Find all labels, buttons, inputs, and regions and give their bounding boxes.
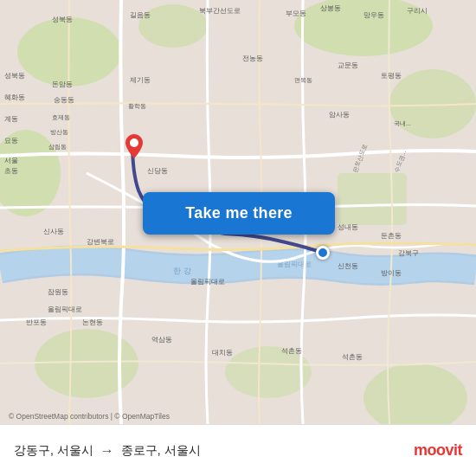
svg-text:제기동: 제기동	[130, 76, 151, 84]
svg-text:혜화동: 혜화동	[4, 93, 25, 101]
svg-text:석촌동: 석촌동	[281, 347, 302, 355]
svg-text:계동: 계동	[4, 115, 18, 123]
footer-left: 강동구, 서울시 → 종로구, 서울시	[14, 443, 201, 459]
svg-text:황학동: 황학동	[128, 103, 146, 110]
svg-text:토평동: 토평동	[381, 72, 402, 80]
svg-text:성내동: 성내동	[338, 223, 358, 231]
svg-text:초동: 초동	[4, 167, 18, 175]
svg-text:역삼동: 역삼동	[151, 336, 172, 344]
svg-text:암사동: 암사동	[329, 111, 350, 119]
destination-label: 종로구, 서울시	[121, 443, 201, 459]
svg-text:망우동: 망우동	[363, 11, 384, 19]
svg-text:숭동동: 숭동동	[54, 96, 74, 104]
svg-text:© OpenStreetMap contributors |: © OpenStreetMap contributors | © OpenMap…	[9, 412, 170, 421]
svg-text:둔촌동: 둔촌동	[381, 232, 402, 240]
moovit-logo: moovit	[414, 441, 462, 460]
svg-text:국내...: 국내...	[394, 120, 411, 127]
svg-rect-6	[338, 173, 407, 225]
svg-text:강변북로: 강변북로	[87, 238, 114, 246]
footer: 강동구, 서울시 → 종로구, 서울시 moovit	[0, 424, 476, 476]
svg-text:묘동: 묘동	[4, 137, 18, 145]
svg-text:구리시: 구리시	[407, 7, 428, 15]
svg-text:신당동: 신당동	[147, 167, 168, 175]
footer-route: 강동구, 서울시 → 종로구, 서울시	[14, 443, 201, 459]
svg-text:한 강: 한 강	[173, 267, 191, 275]
svg-text:전농동: 전농동	[242, 55, 263, 62]
svg-text:올림픽대로: 올림픽대로	[190, 278, 225, 286]
svg-text:올림픽대로: 올림픽대로	[48, 306, 82, 313]
svg-text:돈암동: 돈암동	[52, 80, 73, 88]
svg-text:대치동: 대치동	[212, 349, 233, 357]
svg-text:방이동: 방이동	[381, 269, 402, 277]
svg-text:북부간선도로: 북부간선도로	[199, 7, 241, 15]
svg-text:서울: 서울	[4, 157, 18, 164]
svg-text:부모동: 부모동	[286, 10, 306, 17]
svg-text:방산동: 방산동	[50, 129, 68, 135]
svg-text:반포동: 반포동	[26, 318, 47, 326]
svg-text:성북동: 성북동	[52, 16, 73, 23]
svg-text:효제동: 효제동	[52, 114, 70, 120]
svg-text:면목동: 면목동	[294, 77, 312, 84]
svg-text:석촌동: 석촌동	[342, 353, 363, 361]
svg-text:논현동: 논현동	[82, 318, 103, 326]
svg-text:삼림동: 삼림동	[48, 144, 67, 151]
take-me-there-button[interactable]: Take me there	[143, 192, 335, 235]
route-arrow-icon: →	[100, 443, 114, 459]
svg-text:강북구: 강북구	[398, 249, 419, 257]
origin-label: 강동구, 서울시	[14, 443, 93, 459]
svg-text:성북동: 성북동	[4, 72, 25, 80]
svg-point-59	[130, 138, 138, 147]
svg-text:상봉동: 상봉동	[320, 4, 341, 12]
svg-text:교문동: 교문동	[338, 61, 358, 69]
origin-marker	[125, 134, 143, 158]
svg-text:신천동: 신천동	[338, 262, 358, 270]
map-container: 한 강 올림픽대로 성북동 길음동 북부간선도로	[0, 0, 476, 424]
svg-text:신사동: 신사동	[43, 228, 64, 235]
moovit-text: moovit	[414, 441, 462, 460]
svg-text:길음동: 길음동	[130, 11, 151, 19]
svg-point-7	[35, 329, 138, 398]
svg-text:잠원동: 잠원동	[48, 288, 68, 296]
destination-marker	[316, 246, 330, 260]
